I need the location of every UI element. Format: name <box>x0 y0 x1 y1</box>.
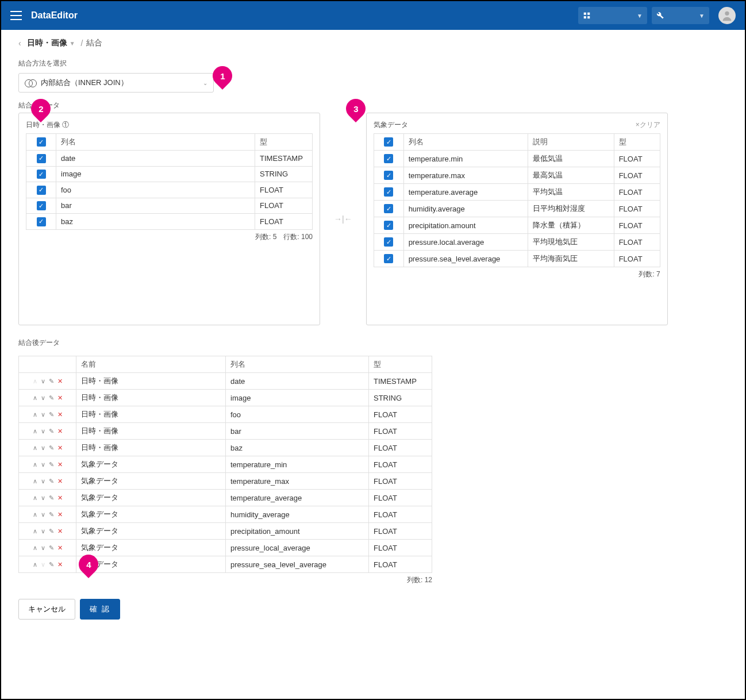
breadcrumb-item-1[interactable]: 日時・画像 <box>27 38 67 48</box>
cell-name: 日時・画像 <box>76 373 226 390</box>
row-checkbox[interactable]: ✓ <box>37 154 46 163</box>
row-checkbox[interactable]: ✓ <box>37 186 46 195</box>
move-up-icon[interactable]: ∧ <box>33 528 37 535</box>
delete-icon[interactable]: ✕ <box>57 561 63 568</box>
table-row: ✓ date TIMESTAMP <box>26 151 313 167</box>
row-checkbox[interactable]: ✓ <box>384 221 393 230</box>
delete-icon[interactable]: ✕ <box>57 511 63 518</box>
row-checkbox[interactable]: ✓ <box>37 170 46 179</box>
move-up-icon[interactable]: ∧ <box>33 394 37 402</box>
move-down-icon[interactable]: ∨ <box>41 444 45 452</box>
join-method-select[interactable]: 内部結合（INNER JOIN） ⌄ <box>18 73 214 93</box>
delete-icon[interactable]: ✕ <box>57 444 63 452</box>
table-row: ✓ image STRING <box>26 166 313 182</box>
move-down-icon[interactable]: ∨ <box>41 394 45 402</box>
cell-type: FLOAT <box>614 151 660 167</box>
move-down-icon[interactable]: ∨ <box>41 511 45 518</box>
col-header-name: 列名 <box>403 134 528 151</box>
row-checkbox[interactable]: ✓ <box>384 237 393 247</box>
cell-type: TIMESTAMP <box>369 373 432 390</box>
move-up-icon[interactable]: ∧ <box>33 444 37 452</box>
delete-icon[interactable]: ✕ <box>57 378 63 385</box>
delete-icon[interactable]: ✕ <box>57 411 63 418</box>
table-row: ✓ temperature.average 平均気温 FLOAT <box>374 184 660 201</box>
delete-icon[interactable]: ✕ <box>57 428 63 435</box>
delete-icon[interactable]: ✕ <box>57 528 63 535</box>
table-row: ✓ pressure.sea_level.average 平均海面気圧 FLOA… <box>374 251 660 267</box>
chevron-down-icon[interactable]: ▼ <box>70 40 75 47</box>
edit-icon[interactable]: ✎ <box>49 428 54 435</box>
cell-col: foo <box>226 406 369 423</box>
row-checkbox[interactable]: ✓ <box>384 171 393 180</box>
move-down-icon[interactable]: ∨ <box>41 544 45 552</box>
cell-name: 気象データ <box>76 490 226 506</box>
move-up-icon[interactable]: ∧ <box>33 494 37 502</box>
result-data-label: 結合後データ <box>1 336 745 350</box>
edit-icon[interactable]: ✎ <box>49 411 54 418</box>
table-row: ✓ bar FLOAT <box>26 198 313 214</box>
move-down-icon[interactable]: ∨ <box>41 461 45 468</box>
row-checkbox[interactable]: ✓ <box>384 204 393 213</box>
edit-icon[interactable]: ✎ <box>49 444 54 452</box>
header-project-select[interactable]: ▼ <box>578 7 647 24</box>
edit-icon[interactable]: ✎ <box>49 511 54 518</box>
edit-icon[interactable]: ✎ <box>49 528 54 535</box>
move-up-icon[interactable]: ∧ <box>33 478 37 485</box>
chevron-down-icon: ⌄ <box>203 80 207 86</box>
inner-join-icon <box>25 79 36 86</box>
table-row: ∧ ∨ ✎ ✕ 日時・画像 foo FLOAT <box>19 406 432 423</box>
delete-icon[interactable]: ✕ <box>57 394 63 402</box>
edit-icon[interactable]: ✎ <box>49 478 54 485</box>
cancel-button[interactable]: キャンセル <box>18 599 75 620</box>
clear-button[interactable]: ×クリア <box>636 120 660 130</box>
select-all-checkbox[interactable]: ✓ <box>37 137 46 147</box>
row-checkbox[interactable]: ✓ <box>384 154 393 163</box>
cell-type: FLOAT <box>369 406 432 423</box>
move-up-icon[interactable]: ∧ <box>33 544 37 552</box>
move-up-icon[interactable]: ∧ <box>33 411 37 418</box>
edit-icon[interactable]: ✎ <box>49 394 54 402</box>
cell-desc: 平均現地気圧 <box>528 234 614 251</box>
cell-desc: 降水量（積算） <box>528 217 614 234</box>
confirm-button[interactable]: 確 認 <box>80 599 120 620</box>
menu-icon[interactable] <box>10 10 22 21</box>
move-up-icon[interactable]: ∧ <box>33 511 37 518</box>
row-checkbox[interactable]: ✓ <box>37 217 46 226</box>
move-down-icon[interactable]: ∨ <box>41 478 45 485</box>
edit-icon[interactable]: ✎ <box>49 561 54 568</box>
table-row: ✓ humidity.average 日平均相対湿度 FLOAT <box>374 201 660 217</box>
row-checkbox[interactable]: ✓ <box>384 187 393 197</box>
cell-col: date <box>226 373 369 390</box>
delete-icon[interactable]: ✕ <box>57 494 63 502</box>
cell-type: FLOAT <box>614 201 660 217</box>
move-down-icon[interactable]: ∨ <box>41 378 45 385</box>
cell-type: FLOAT <box>255 214 313 230</box>
move-up-icon[interactable]: ∧ <box>33 428 37 435</box>
edit-icon[interactable]: ✎ <box>49 494 54 502</box>
delete-icon[interactable]: ✕ <box>57 544 63 552</box>
move-down-icon[interactable]: ∨ <box>41 494 45 502</box>
move-down-icon[interactable]: ∨ <box>41 428 45 435</box>
row-checkbox[interactable]: ✓ <box>37 201 46 210</box>
cell-desc: 平均海面気圧 <box>528 251 614 267</box>
table-row: ∧ ∨ ✎ ✕ 日時・画像 bar FLOAT <box>19 423 432 440</box>
move-up-icon[interactable]: ∧ <box>33 461 37 468</box>
cell-col: pressure_sea_level_average <box>226 556 369 573</box>
back-icon[interactable]: ‹ <box>18 39 21 48</box>
right-source-table: ✓ 列名 説明 型 ✓ temperature.min 最低気温 FLOAT✓ … <box>374 133 660 267</box>
row-checkbox[interactable]: ✓ <box>384 254 393 263</box>
select-all-checkbox[interactable]: ✓ <box>384 137 393 147</box>
delete-icon[interactable]: ✕ <box>57 461 63 468</box>
edit-icon[interactable]: ✎ <box>49 544 54 552</box>
table-row: ∧ ∨ ✎ ✕ 気象データ temperature_min FLOAT <box>19 456 432 473</box>
avatar[interactable] <box>718 7 736 24</box>
join-method-label: 結合方法を選択 <box>1 56 745 71</box>
move-up-icon[interactable]: ∧ <box>33 561 37 568</box>
header-tools-select[interactable]: ▼ <box>652 7 709 24</box>
cell-name: 気象データ <box>76 506 226 523</box>
move-down-icon[interactable]: ∨ <box>41 411 45 418</box>
delete-icon[interactable]: ✕ <box>57 478 63 485</box>
edit-icon[interactable]: ✎ <box>49 378 54 385</box>
move-down-icon[interactable]: ∨ <box>41 528 45 535</box>
edit-icon[interactable]: ✎ <box>49 461 54 468</box>
